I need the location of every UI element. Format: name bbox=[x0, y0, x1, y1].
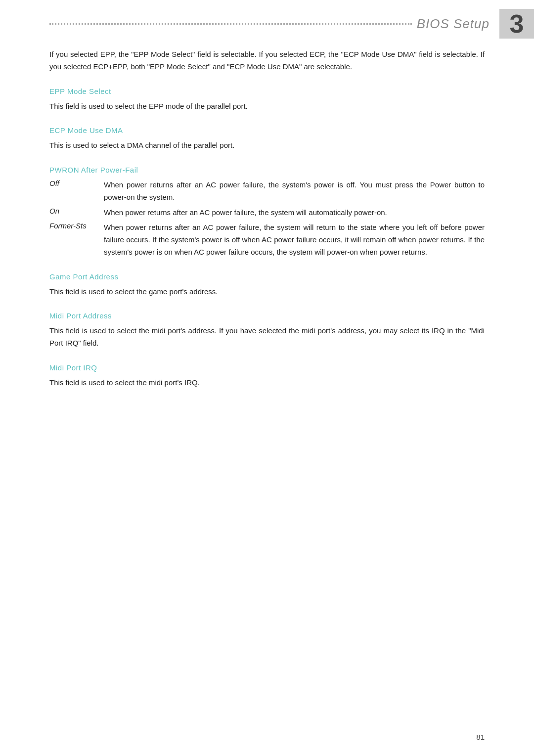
page-content: If you selected EPP, the "EPP Mode Selec… bbox=[0, 44, 534, 418]
option-label-off: Off bbox=[49, 179, 104, 187]
body-ecp-mode-use-dma: This is used to select a DMA channel of … bbox=[49, 139, 485, 152]
body-game-port-address: This field is used to select the game po… bbox=[49, 286, 485, 298]
heading-pwron-after-power-fail: PWRON After Power-Fail bbox=[49, 166, 485, 174]
body-midi-port-address: This field is used to select the midi po… bbox=[49, 325, 485, 350]
heading-game-port-address: Game Port Address bbox=[49, 272, 485, 281]
page-header: BIOS Setup 3 bbox=[0, 0, 534, 39]
option-row-on: On When power returns after an AC power … bbox=[49, 207, 485, 219]
header-title: BIOS Setup bbox=[417, 16, 490, 32]
section-pwron-after-power-fail: PWRON After Power-Fail Off When power re… bbox=[49, 166, 485, 259]
chapter-number-box: 3 bbox=[499, 9, 534, 39]
section-epp-mode-select: EPP Mode Select This field is used to se… bbox=[49, 87, 485, 113]
body-epp-mode-select: This field is used to select the EPP mod… bbox=[49, 100, 485, 113]
section-game-port-address: Game Port Address This field is used to … bbox=[49, 272, 485, 298]
chapter-number: 3 bbox=[510, 11, 524, 37]
option-table-pwron: Off When power returns after an AC power… bbox=[49, 179, 485, 259]
heading-ecp-mode-use-dma: ECP Mode Use DMA bbox=[49, 126, 485, 134]
option-desc-off: When power returns after an AC power fai… bbox=[104, 179, 485, 204]
option-label-on: On bbox=[49, 207, 104, 215]
heading-epp-mode-select: EPP Mode Select bbox=[49, 87, 485, 95]
option-desc-on: When power returns after an AC power fai… bbox=[104, 207, 485, 219]
option-row-off: Off When power returns after an AC power… bbox=[49, 179, 485, 204]
option-desc-former-sts: When power returns after an AC power fai… bbox=[104, 222, 485, 258]
section-ecp-mode-use-dma: ECP Mode Use DMA This is used to select … bbox=[49, 126, 485, 152]
option-row-former-sts: Former-Sts When power returns after an A… bbox=[49, 222, 485, 258]
page-number: 81 bbox=[476, 733, 485, 741]
page-container: BIOS Setup 3 If you selected EPP, the "E… bbox=[0, 0, 534, 756]
section-midi-port-address: Midi Port Address This field is used to … bbox=[49, 311, 485, 350]
option-label-former-sts: Former-Sts bbox=[49, 222, 104, 230]
section-midi-port-irq: Midi Port IRQ This field is used to sele… bbox=[49, 363, 485, 389]
header-left: BIOS Setup bbox=[0, 9, 499, 39]
dots-line: BIOS Setup bbox=[49, 16, 490, 32]
heading-midi-port-irq: Midi Port IRQ bbox=[49, 363, 485, 372]
intro-paragraph: If you selected EPP, the "EPP Mode Selec… bbox=[49, 48, 485, 73]
body-midi-port-irq: This field is used to select the midi po… bbox=[49, 377, 485, 389]
heading-midi-port-address: Midi Port Address bbox=[49, 311, 485, 320]
